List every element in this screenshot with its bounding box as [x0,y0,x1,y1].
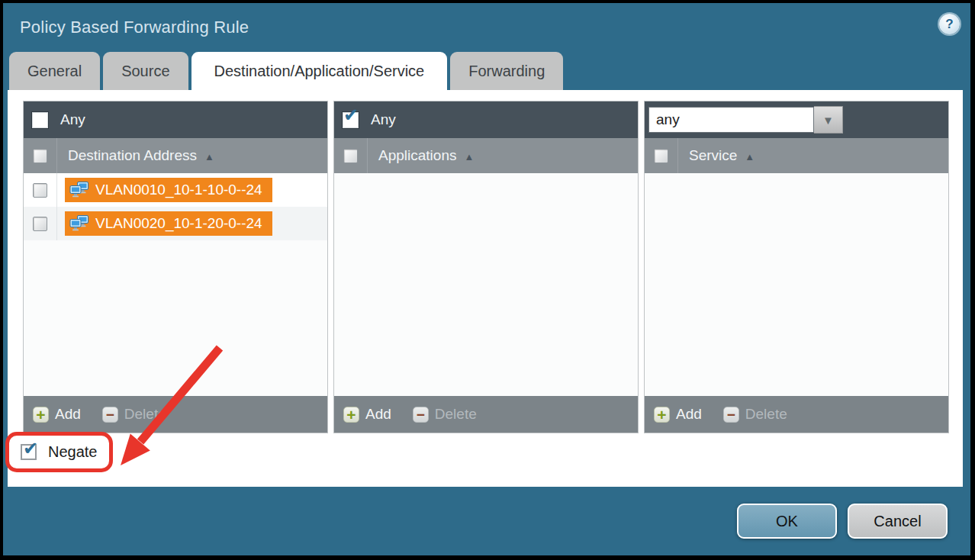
negate-label: Negate [48,443,98,461]
delete-label: Delete [435,406,477,423]
destination-any-label: Any [60,111,85,128]
help-icon[interactable]: ? [939,14,960,34]
add-button[interactable]: + Add [343,406,391,423]
tab-destination-label: Destination/Application/Service [214,63,425,80]
delete-button[interactable]: − Delete [413,406,477,423]
delete-label: Delete [745,406,787,423]
destination-toolbar: + Add − Delete [24,396,327,433]
tab-source-label: Source [121,63,169,80]
row-checkbox[interactable] [33,183,47,198]
chevron-down-icon: ▼ [822,114,834,127]
delete-label: Delete [124,406,166,423]
address-object-tag[interactable]: VLAN0020_10-1-20-0--24 [65,211,272,236]
tab-general-label: General [27,63,82,80]
applications-select-all-cell [334,138,368,173]
service-list [645,173,948,396]
address-object-label: VLAN0020_10-1-20-0--24 [95,215,262,232]
tab-forwarding-label: Forwarding [468,63,545,80]
applications-list [334,173,638,396]
checkmark-icon: ✔ [343,106,359,124]
add-button[interactable]: + Add [33,406,81,423]
applications-column: ✔ Any Applications ▲ [333,101,639,433]
add-icon: + [33,407,49,423]
applications-any-label: Any [371,111,396,128]
delete-button[interactable]: − Delete [723,406,787,423]
add-button[interactable]: + Add [654,406,702,423]
add-label: Add [676,406,702,423]
add-icon: + [343,407,359,423]
dialog-footer: OK Cancel [3,487,970,555]
destination-select-all-cell [24,138,57,173]
applications-any-header: ✔ Any [334,101,638,138]
help-glyph: ? [945,17,953,32]
address-object-label: VLAN0010_10-1-10-0--24 [95,182,262,198]
dialog-title: Policy Based Forwarding Rule [20,18,249,37]
table-row[interactable]: VLAN0020_10-1-20-0--24 [24,207,327,240]
cancel-button[interactable]: Cancel [848,504,948,539]
table-row[interactable]: VLAN0010_10-1-10-0--24 [24,173,327,207]
tab-destination-application-service[interactable]: Destination/Application/Service [191,52,448,90]
network-object-icon [69,182,89,198]
tab-content-panel: Any Destination Address ▲ [8,90,963,487]
delete-icon: − [102,407,118,423]
ok-button[interactable]: OK [737,504,837,539]
applications-select-all-checkbox[interactable] [343,149,358,163]
annotation-highlight-box: ✔ Negate [5,432,113,472]
destination-address-list: VLAN0010_10-1-10-0--24 [24,173,327,396]
checkmark-icon: ✔ [23,439,38,458]
tab-bar: General Source Destination/Application/S… [9,52,563,90]
address-object-tag[interactable]: VLAN0010_10-1-10-0--24 [65,178,272,202]
tab-general[interactable]: General [9,52,100,90]
delete-button[interactable]: − Delete [102,406,166,423]
network-object-icon [69,215,89,232]
sort-ascending-icon: ▲ [204,150,214,163]
destination-address-column: Any Destination Address ▲ [23,101,328,433]
screenshot-root: Policy Based Forwarding Rule ? General S… [0,0,975,560]
row-checkbox[interactable] [33,217,47,231]
destination-any-header: Any [24,101,327,138]
service-select-all-checkbox[interactable] [654,149,668,163]
cancel-label: Cancel [874,513,921,530]
applications-toolbar: + Add − Delete [334,396,638,433]
dialog-titlebar: Policy Based Forwarding Rule [3,3,970,52]
policy-based-forwarding-dialog: Policy Based Forwarding Rule ? General S… [3,3,970,555]
negate-checkbox[interactable]: ✔ [21,444,37,460]
row-check-cell [24,207,57,240]
add-label: Add [365,406,391,423]
service-dropdown-button[interactable]: ▼ [814,106,843,134]
sort-ascending-icon: ▲ [745,150,755,163]
service-select-all-cell [645,138,678,173]
service-dropdown-value[interactable]: any [648,107,814,133]
service-toolbar: + Add − Delete [645,396,948,433]
service-dropdown-header: any ▼ [645,101,948,138]
applications-column-header[interactable]: Applications ▲ [334,138,638,173]
selector-columns: Any Destination Address ▲ [23,101,949,433]
destination-any-checkbox[interactable] [31,111,49,129]
delete-icon: − [413,407,429,423]
sort-ascending-icon: ▲ [464,150,474,163]
service-column-header[interactable]: Service ▲ [645,138,948,173]
delete-icon: − [723,407,739,423]
add-label: Add [55,406,81,423]
row-check-cell [24,173,57,207]
destination-header-label: Destination Address [68,147,197,164]
tab-forwarding[interactable]: Forwarding [450,52,563,90]
destination-select-all-checkbox[interactable] [33,149,47,163]
applications-header-label: Applications [378,147,456,164]
service-header-label: Service [689,147,737,164]
tab-source[interactable]: Source [103,52,188,90]
destination-column-header[interactable]: Destination Address ▲ [24,138,327,173]
add-icon: + [654,407,670,423]
applications-any-checkbox[interactable]: ✔ [342,111,359,129]
service-column: any ▼ Service ▲ [644,101,949,433]
ok-label: OK [776,513,798,530]
